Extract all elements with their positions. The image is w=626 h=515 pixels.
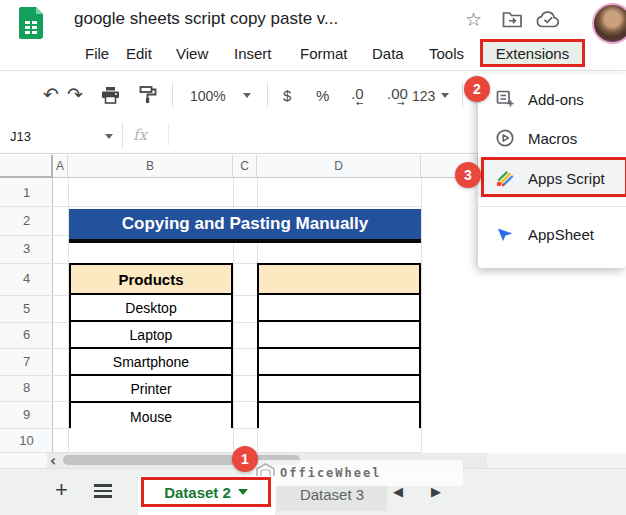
- row-header-2[interactable]: 2: [0, 213, 53, 228]
- products-cell-smartphone[interactable]: Smartphone: [71, 349, 231, 376]
- menu-item-appsheet-label: AppSheet: [528, 226, 594, 243]
- formula-input-separator: [168, 124, 169, 146]
- paste-empty-cell[interactable]: [259, 295, 419, 322]
- number-format-button[interactable]: 123: [412, 88, 435, 104]
- menu-separator: [478, 206, 626, 207]
- google-sheets-logo-icon: [19, 7, 43, 39]
- column-header-d[interactable]: D: [257, 155, 421, 178]
- appsheet-icon: [495, 224, 515, 244]
- menu-view[interactable]: View: [176, 45, 208, 62]
- sheet-tab-dataset2-label: Dataset 2: [164, 484, 231, 501]
- menubar-divider: [0, 70, 626, 71]
- undo-button[interactable]: ↶: [43, 83, 59, 105]
- name-box[interactable]: J13: [10, 129, 31, 144]
- document-title[interactable]: google sheets script copy paste v...: [74, 9, 338, 29]
- sheet-tab-menu-caret-icon[interactable]: [238, 489, 248, 495]
- zoom-select[interactable]: 100%: [190, 88, 226, 104]
- move-to-folder-icon[interactable]: [502, 11, 523, 28]
- scrollbar-right-gutter: [487, 453, 626, 468]
- column-header-a[interactable]: A: [53, 155, 68, 178]
- row-header-9[interactable]: 9: [0, 407, 53, 422]
- paste-table-header[interactable]: [259, 265, 419, 295]
- menu-data[interactable]: Data: [372, 45, 404, 62]
- add-sheet-button[interactable]: +: [55, 477, 68, 503]
- menu-item-add-ons[interactable]: Add-ons: [478, 79, 626, 119]
- all-sheets-button[interactable]: [94, 484, 112, 501]
- fx-label: fx: [133, 126, 147, 144]
- format-currency-button[interactable]: $: [283, 87, 291, 104]
- row-header-1[interactable]: 1: [0, 185, 53, 200]
- increase-decimal-arrow-icon: →: [397, 98, 405, 108]
- menu-item-macros[interactable]: Macros: [478, 118, 626, 158]
- zoom-caret-icon: [243, 93, 251, 98]
- menu-item-add-ons-label: Add-ons: [528, 91, 584, 108]
- extensions-dropdown-menu: Add-ons Macros Apps Script Ap: [478, 74, 626, 268]
- menu-insert[interactable]: Insert: [234, 45, 272, 62]
- toolbar-separator: [462, 83, 463, 107]
- tab-scroll-prev-icon[interactable]: ◀: [393, 484, 403, 499]
- formula-bar-separator: [122, 122, 123, 148]
- menu-file[interactable]: File: [85, 45, 109, 62]
- officewheel-watermark-text: OfficeWheel: [280, 466, 381, 480]
- macros-icon: [495, 128, 515, 148]
- sheet-title-banner: Copying and Pasting Manually: [69, 209, 421, 243]
- paste-empty-cell[interactable]: [259, 349, 419, 376]
- sheet-tab-dataset2[interactable]: Dataset 2: [141, 477, 271, 507]
- step-2-badge: 2: [464, 76, 490, 102]
- row-header-7[interactable]: 7: [0, 354, 53, 369]
- menu-item-apps-script-label: Apps Script: [528, 170, 605, 187]
- menu-item-macros-label: Macros: [528, 130, 577, 147]
- format-percent-button[interactable]: %: [316, 87, 329, 104]
- products-cell-laptop[interactable]: Laptop: [71, 322, 231, 349]
- gridline: [0, 206, 421, 207]
- gridline: [421, 178, 422, 453]
- row-header-4[interactable]: 4: [0, 271, 53, 286]
- scrollbar-gutter: [0, 453, 53, 468]
- decrease-decimal-arrow-icon: ←: [356, 98, 364, 108]
- number-format-caret-icon: [441, 93, 449, 98]
- apps-script-icon: [495, 168, 515, 188]
- row-header-8[interactable]: 8: [0, 380, 53, 395]
- paste-empty-cell[interactable]: [259, 376, 419, 403]
- menu-format[interactable]: Format: [300, 45, 348, 62]
- menu-extensions-label: Extensions: [496, 45, 569, 62]
- products-table: Products Desktop Laptop Smartphone Print…: [69, 263, 233, 428]
- products-cell-mouse[interactable]: Mouse: [71, 403, 231, 430]
- star-icon[interactable]: ☆: [465, 8, 482, 31]
- menu-extensions[interactable]: Extensions: [480, 39, 585, 67]
- sheet-title-banner-text: Copying and Pasting Manually: [122, 214, 369, 234]
- row-header-6[interactable]: 6: [0, 327, 53, 342]
- print-button[interactable]: [101, 86, 120, 104]
- products-table-header[interactable]: Products: [71, 265, 231, 295]
- google-sheets-window: google sheets script copy paste v... ☆ F…: [0, 0, 626, 515]
- add-ons-icon: [495, 89, 515, 109]
- products-cell-desktop[interactable]: Desktop: [71, 295, 231, 322]
- paste-table: [257, 263, 421, 428]
- paint-format-button[interactable]: [139, 85, 158, 104]
- menu-edit[interactable]: Edit: [126, 45, 152, 62]
- officewheel-watermark: OfficeWheel: [253, 460, 463, 486]
- avatar[interactable]: [592, 3, 626, 44]
- row-header-5[interactable]: 5: [0, 301, 53, 316]
- column-header-b[interactable]: B: [68, 155, 233, 178]
- paste-empty-cell[interactable]: [259, 322, 419, 349]
- step-1-badge: 1: [232, 446, 258, 472]
- cloud-saved-icon[interactable]: [536, 11, 561, 28]
- menu-tools[interactable]: Tools: [429, 45, 464, 62]
- menu-item-apps-script[interactable]: Apps Script: [478, 158, 626, 198]
- menu-item-appsheet[interactable]: AppSheet: [478, 214, 626, 254]
- row-header-3[interactable]: 3: [0, 241, 53, 256]
- name-box-caret-icon[interactable]: [105, 134, 113, 139]
- sheet-tab-dataset3-label: Dataset 3: [300, 486, 364, 503]
- toolbar-separator: [267, 83, 268, 107]
- row-header-10[interactable]: 10: [0, 433, 53, 448]
- column-header-c[interactable]: C: [233, 155, 257, 178]
- toolbar-separator: [172, 83, 173, 107]
- step-3-badge: 3: [455, 162, 481, 188]
- redo-button[interactable]: ↷: [67, 83, 83, 105]
- select-all-corner[interactable]: [0, 155, 53, 178]
- tab-scroll-next-icon[interactable]: ▶: [431, 484, 441, 499]
- products-cell-printer[interactable]: Printer: [71, 376, 231, 403]
- paste-empty-cell[interactable]: [259, 403, 419, 430]
